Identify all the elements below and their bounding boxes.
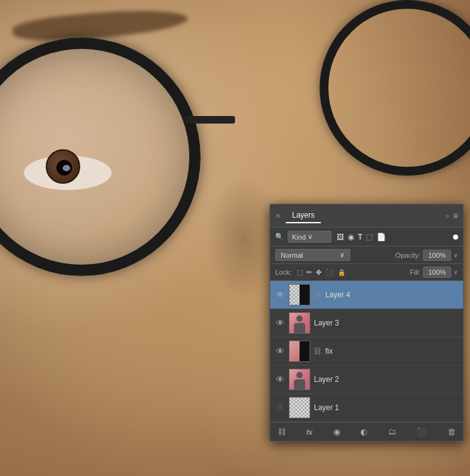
visibility-toggle[interactable]: 👁: [275, 318, 285, 328]
layer-thumbnail: [289, 284, 310, 305]
opacity-section: Opacity: 100% ∨: [395, 250, 458, 261]
panel-footer: ⛓ fx ◉ ◐ 🗂 ⬛ 🗑: [270, 422, 463, 441]
layer-item[interactable]: 👁 Layer 2: [270, 366, 463, 394]
fx-icon[interactable]: fx: [304, 427, 315, 437]
lock-icons: ⬚ ✏ ✤ ⬛ 🔒: [296, 268, 345, 277]
lock-artboard-icon[interactable]: ⬛: [325, 268, 334, 277]
thumb-dark-half: [300, 285, 310, 305]
eye-pupil: [56, 160, 72, 176]
opacity-label: Opacity:: [395, 251, 420, 259]
panel-header-left: ✕ Layers: [275, 208, 321, 223]
fill-input[interactable]: 100%: [423, 267, 451, 278]
thumb-dark-half: [300, 341, 310, 362]
layer-thumbnail: [289, 312, 310, 334]
layer-item[interactable]: 👁 Layer 1: [270, 394, 463, 422]
person-body: [294, 323, 305, 334]
layer-thumbnail: [289, 397, 310, 418]
eye-iris: [46, 149, 80, 184]
person-head: [296, 315, 303, 322]
kind-dropdown[interactable]: Kind ∨: [288, 231, 332, 243]
person-head: [296, 372, 303, 378]
lock-bar: Lock: ⬚ ✏ ✤ ⬛ 🔒 Fill: 100% ∨: [270, 264, 463, 281]
new-layer-icon[interactable]: ⬛: [414, 426, 429, 438]
opacity-input[interactable]: 100%: [423, 250, 451, 261]
blend-mode-arrow: ∨: [340, 251, 345, 259]
layer-item[interactable]: 👁 Layer 3: [270, 309, 463, 337]
new-group-icon[interactable]: 🗂: [385, 426, 399, 438]
collapse-icon[interactable]: »: [446, 212, 449, 219]
thumb-checker-half: [290, 285, 300, 305]
visibility-toggle[interactable]: 👁: [275, 374, 285, 384]
layer-name: Layer 2: [314, 375, 458, 384]
person-silhouette: [293, 372, 306, 389]
panel-menu-icon[interactable]: ≡: [453, 211, 458, 221]
layers-panel: ✕ Layers » ≡ 🔍 Kind ∨ 🖼 ◉ T ⬚ 📄 Normal ∨: [269, 204, 464, 442]
opacity-dropdown-arrow[interactable]: ∨: [454, 252, 458, 258]
filter-text-icon[interactable]: T: [358, 233, 362, 241]
fill-section: Fill: 100% ∨: [410, 267, 458, 278]
layer-name: Layer 3: [314, 319, 458, 327]
layer-thumbnail: [289, 341, 310, 362]
fill-label: Fill:: [410, 268, 420, 276]
layer-list: 👁 ⛓ Layer 4 👁 Layer 3 👁: [270, 281, 463, 422]
blend-mode-label: Normal: [281, 251, 303, 259]
eye-highlight: [63, 165, 70, 171]
layer-name: Layer 1: [314, 403, 458, 412]
panel-tabs: Layers: [286, 208, 321, 223]
layer-thumbnail: [289, 369, 310, 390]
visibility-toggle[interactable]: 👁: [275, 403, 285, 413]
tab-layers[interactable]: Layers: [286, 208, 321, 223]
layer-item[interactable]: 👁 ⛓ Layer 4: [270, 281, 463, 309]
link-layers-icon[interactable]: ⛓: [275, 426, 288, 438]
visibility-toggle[interactable]: 👁: [275, 290, 285, 300]
lock-position-icon[interactable]: ✤: [316, 268, 321, 277]
fill-dropdown-arrow[interactable]: ∨: [454, 269, 458, 275]
chain-icon: ⛓: [314, 290, 321, 299]
filter-bar: 🔍 Kind ∨ 🖼 ◉ T ⬚ 📄: [270, 228, 463, 246]
panel-header-right: » ≡: [446, 211, 458, 221]
filter-adjustment-icon[interactable]: ◉: [348, 233, 354, 241]
delete-layer-icon[interactable]: 🗑: [445, 426, 458, 438]
visibility-toggle[interactable]: 👁: [275, 346, 285, 356]
chain-icon: ⛓: [314, 347, 321, 356]
filter-shape-icon[interactable]: ⬚: [366, 233, 373, 241]
kind-label: Kind: [292, 233, 306, 241]
blend-mode-bar: Normal ∨ Opacity: 100% ∨: [270, 246, 463, 264]
person-silhouette: [293, 315, 306, 333]
eye-area: [18, 146, 118, 196]
filter-active-dot: [453, 235, 458, 240]
blend-mode-dropdown[interactable]: Normal ∨: [275, 249, 350, 261]
layer-name: Layer 4: [325, 290, 458, 299]
person-body: [294, 379, 305, 390]
lock-label: Lock:: [275, 268, 291, 276]
panel-header: ✕ Layers » ≡: [270, 204, 463, 228]
add-mask-icon[interactable]: ◉: [331, 426, 343, 438]
lock-all-icon[interactable]: 🔒: [338, 269, 345, 276]
adjustment-icon[interactable]: ◐: [358, 426, 370, 438]
filter-image-icon[interactable]: 🖼: [337, 233, 344, 241]
filter-smart-icon[interactable]: 📄: [377, 233, 386, 241]
thumb-pink-half: [290, 341, 300, 362]
search-icon: 🔍: [275, 233, 284, 241]
layer-item[interactable]: 👁 ⛓ fix: [270, 337, 463, 366]
kind-dropdown-arrow: ∨: [308, 233, 313, 241]
glasses-bridge: [185, 116, 235, 124]
lock-pixels-icon[interactable]: ⬚: [296, 268, 303, 277]
panel-close-button[interactable]: ✕: [275, 212, 281, 220]
lock-image-icon[interactable]: ✏: [306, 268, 312, 277]
layer-name: fix: [325, 347, 458, 356]
filter-icons: 🖼 ◉ T ⬚ 📄: [337, 233, 386, 241]
